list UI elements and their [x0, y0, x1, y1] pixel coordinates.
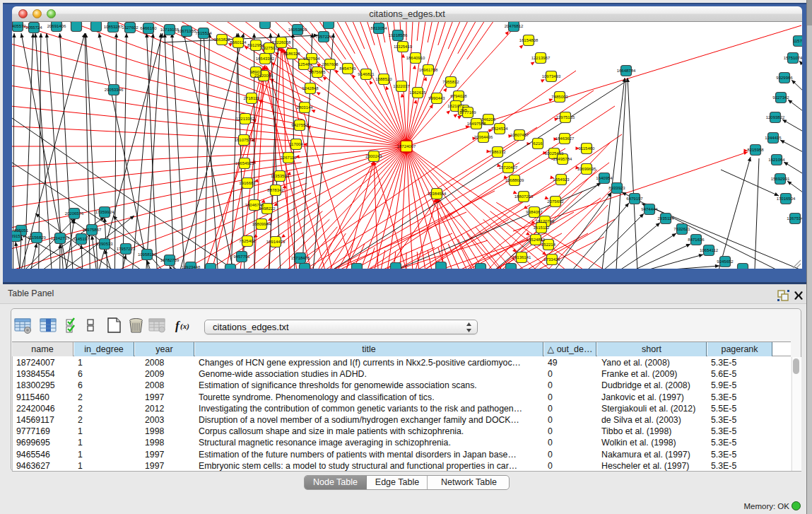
svg-text:9384067: 9384067: [526, 210, 543, 214]
svg-text:10671355: 10671355: [177, 29, 196, 33]
svg-text:1916682: 1916682: [239, 181, 256, 185]
svg-text:19654925: 19654925: [235, 161, 254, 165]
svg-text:117004: 117004: [289, 142, 303, 146]
svg-text:16543342: 16543342: [256, 57, 275, 61]
svg-text:8471636: 8471636: [688, 238, 705, 242]
svg-text:10807487: 10807487: [510, 133, 529, 137]
svg-text:17957223: 17957223: [117, 247, 136, 251]
svg-text:16648784: 16648784: [617, 69, 636, 73]
svg-text:12546: 12546: [298, 62, 310, 66]
svg-text:7632621: 7632621: [673, 227, 690, 231]
svg-text:9990443: 9990443: [428, 96, 445, 100]
svg-text:98901: 98901: [250, 70, 262, 74]
svg-text:10973493: 10973493: [542, 74, 561, 78]
svg-text:9115460: 9115460: [579, 146, 596, 151]
svg-text:5875685: 5875685: [309, 70, 326, 74]
svg-text:14136141: 14136141: [512, 255, 531, 259]
svg-text:18463627: 18463627: [555, 136, 575, 141]
svg-text:11578: 11578: [793, 39, 802, 43]
svg-text:1267534: 1267534: [787, 216, 802, 221]
svg-text:1145197: 1145197: [73, 237, 90, 241]
svg-text:16497568: 16497568: [467, 122, 486, 126]
svg-text:1733426: 1733426: [543, 257, 560, 262]
svg-text:8186328: 8186328: [283, 52, 300, 56]
svg-text:1527602: 1527602: [122, 25, 139, 30]
svg-text:8660124: 8660124: [230, 40, 247, 45]
svg-text:16120746: 16120746: [536, 219, 555, 223]
svg-text:7663822: 7663822: [213, 37, 230, 42]
svg-text:2075692: 2075692: [547, 199, 564, 204]
svg-text:8454749: 8454749: [339, 66, 356, 71]
svg-text:(x): (x): [180, 322, 189, 331]
svg-text:9329966: 9329966: [776, 76, 793, 80]
svg-text:8933923: 8933923: [608, 186, 625, 190]
svg-text:19384554: 19384554: [428, 192, 447, 196]
svg-text:1405572: 1405572: [12, 24, 26, 28]
svg-text:9327502: 9327502: [261, 46, 278, 50]
svg-text:7515524: 7515524: [195, 31, 212, 35]
svg-text:7625402: 7625402: [239, 239, 256, 243]
svg-text:19218586: 19218586: [389, 33, 408, 37]
svg-text:10699695: 10699695: [577, 167, 596, 171]
svg-text:8878342: 8878342: [267, 188, 284, 192]
svg-text:10914479: 10914479: [266, 240, 286, 244]
svg-text:9457791: 9457791: [233, 255, 250, 259]
svg-text:18724007: 18724007: [397, 144, 416, 148]
svg-text:10975867: 10975867: [83, 228, 102, 232]
svg-text:2803144: 2803144: [296, 105, 313, 110]
svg-text:16782759: 16782759: [160, 258, 180, 262]
svg-text:6466160: 6466160: [140, 26, 157, 30]
svg-text:10958117: 10958117: [138, 252, 157, 257]
svg-text:8813054: 8813054: [370, 26, 387, 30]
svg-text:10853287: 10853287: [104, 25, 123, 29]
svg-text:6479197: 6479197: [626, 197, 643, 201]
svg-text:2867608: 2867608: [322, 62, 339, 66]
svg-text:15718485: 15718485: [291, 256, 310, 260]
svg-text:2935114: 2935114: [658, 216, 675, 221]
svg-text:3267110: 3267110: [281, 156, 298, 160]
svg-text:11325419: 11325419: [394, 45, 413, 49]
svg-text:12093822: 12093822: [766, 115, 785, 119]
svg-text:12342737: 12342737: [51, 236, 70, 240]
svg-text:12923448: 12923448: [182, 265, 201, 269]
svg-text:9777169: 9777169: [459, 110, 476, 115]
svg-text:20476812: 20476812: [505, 24, 524, 28]
svg-text:1362615: 1362615: [409, 90, 426, 95]
svg-text:2055724: 2055724: [25, 25, 42, 30]
svg-text:1654923: 1654923: [553, 177, 570, 182]
svg-text:9227342: 9227342: [772, 95, 789, 100]
svg-text:15751074: 15751074: [784, 56, 802, 60]
svg-text:29053346: 29053346: [105, 88, 124, 92]
svg-text:9474444: 9474444: [641, 207, 658, 211]
svg-text:9245652: 9245652: [717, 259, 734, 264]
svg-text:12213967: 12213967: [531, 56, 551, 60]
svg-text:7386372: 7386372: [489, 150, 506, 154]
svg-text:9327504: 9327504: [303, 57, 320, 61]
svg-text:16053809: 16053809: [288, 28, 307, 32]
svg-text:10688609: 10688609: [505, 178, 524, 182]
svg-text:8215958: 8215958: [747, 148, 764, 152]
svg-text:16107573: 16107573: [235, 138, 254, 142]
svg-text:16961758: 16961758: [419, 68, 438, 72]
svg-text:3624534: 3624534: [491, 127, 508, 131]
svg-text:18640910: 18640910: [406, 56, 425, 60]
svg-text:10025433: 10025433: [545, 151, 564, 156]
svg-text:746206: 746206: [481, 117, 496, 122]
svg-text:1322037: 1322037: [393, 84, 410, 88]
svg-text:939151: 939151: [12, 234, 23, 238]
svg-text:1640954: 1640954: [596, 176, 613, 180]
svg-text:17359924: 17359924: [95, 210, 114, 214]
svg-text:10654112: 10654112: [700, 248, 719, 252]
svg-text:20691406: 20691406: [47, 24, 66, 28]
svg-text:15692991: 15692991: [771, 177, 790, 181]
svg-text:17016504: 17016504: [777, 197, 796, 201]
svg-text:3498222: 3498222: [259, 206, 276, 211]
svg-text:14524851: 14524851: [526, 238, 546, 242]
svg-text:20364436: 20364436: [474, 135, 493, 139]
svg-text:1290533: 1290533: [96, 242, 113, 246]
svg-text:7485003: 7485003: [551, 95, 568, 99]
svg-text:1621064: 1621064: [768, 158, 785, 162]
svg-text:23495784: 23495784: [553, 157, 572, 161]
svg-text:11156829: 11156829: [28, 235, 46, 240]
svg-text:12213362: 12213362: [236, 117, 255, 121]
